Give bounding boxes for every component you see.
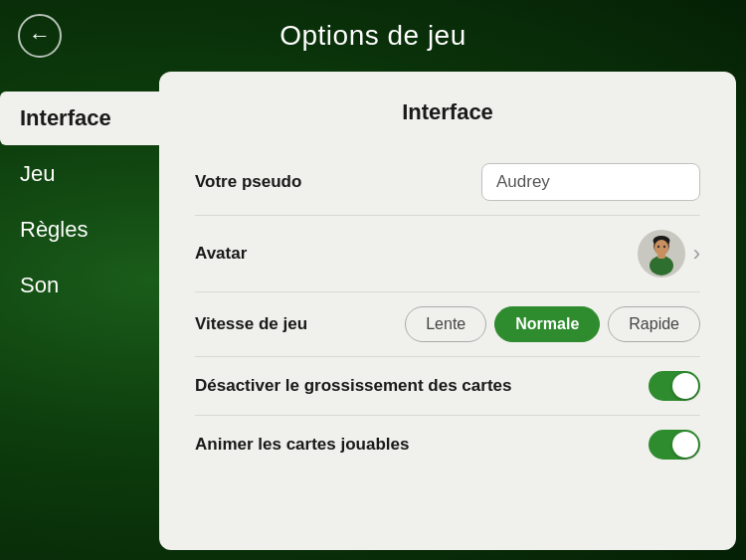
main-layout: Interface Jeu Règles Son Interface Votre… <box>0 72 746 560</box>
back-icon: ← <box>29 25 51 47</box>
speed-btn-normale[interactable]: Normale <box>494 306 600 342</box>
grossissement-slider <box>649 371 700 401</box>
avatar-section[interactable]: › <box>638 230 700 278</box>
speed-group: Lente Normale Rapide <box>405 306 700 342</box>
sidebar: Interface Jeu Règles Son <box>0 72 159 560</box>
content-panel: Interface Votre pseudo Avatar <box>159 72 736 550</box>
sidebar-item-regles[interactable]: Règles <box>0 203 159 257</box>
pseudo-label: Votre pseudo <box>195 172 301 192</box>
svg-point-7 <box>662 246 664 248</box>
vitesse-label: Vitesse de jeu <box>195 314 307 334</box>
avatar-row[interactable]: Avatar <box>195 216 700 292</box>
sidebar-item-son[interactable]: Son <box>0 259 159 312</box>
sidebar-item-interface[interactable]: Interface <box>0 92 159 145</box>
chevron-right-icon: › <box>693 241 700 267</box>
grossissement-row: Désactiver le grossissement des cartes <box>195 357 700 416</box>
animer-row: Animer les cartes jouables <box>195 416 700 473</box>
animer-slider <box>649 430 700 460</box>
svg-point-5 <box>654 240 668 256</box>
header: ← Options de jeu <box>0 0 746 72</box>
animer-label: Animer les cartes jouables <box>195 435 409 455</box>
svg-point-6 <box>656 246 658 248</box>
back-button[interactable]: ← <box>18 14 62 58</box>
grossissement-toggle[interactable] <box>649 371 700 401</box>
pseudo-input[interactable] <box>481 163 700 201</box>
panel-title: Interface <box>195 99 700 125</box>
sidebar-item-jeu[interactable]: Jeu <box>0 147 159 201</box>
grossissement-label: Désactiver le grossissement des cartes <box>195 376 511 396</box>
avatar-label: Avatar <box>195 244 247 264</box>
speed-btn-rapide[interactable]: Rapide <box>608 306 700 342</box>
speed-btn-lente[interactable]: Lente <box>405 306 486 342</box>
pseudo-row: Votre pseudo <box>195 149 700 216</box>
animer-toggle[interactable] <box>649 430 700 460</box>
page-title: Options de jeu <box>280 20 466 52</box>
vitesse-row: Vitesse de jeu Lente Normale Rapide <box>195 292 700 357</box>
avatar-icon <box>638 230 685 278</box>
